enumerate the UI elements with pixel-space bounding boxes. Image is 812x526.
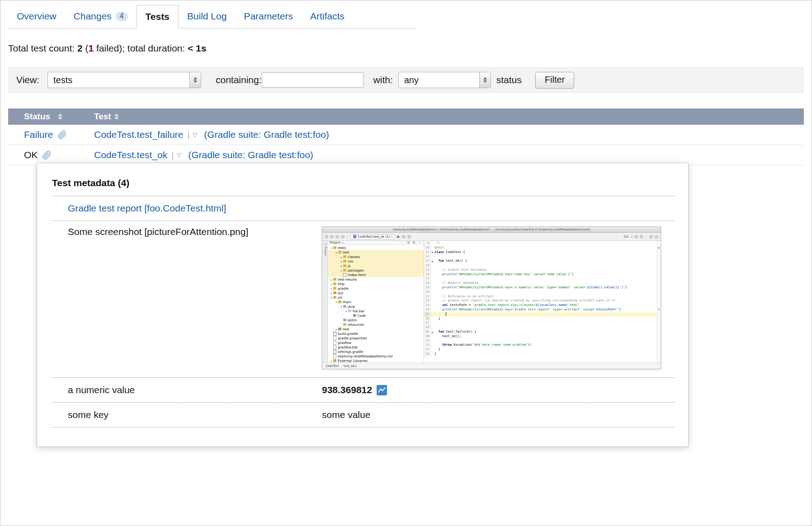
- code-line[interactable]: 18 // Numeric metadata: [424, 281, 657, 286]
- code-line[interactable]: 29▶ fun test_failure() {: [424, 330, 657, 334]
- tree-item[interactable]: ▸classes: [328, 254, 424, 259]
- code-line[interactable]: 34}: [424, 352, 657, 357]
- toolbar-icon[interactable]: [325, 235, 328, 239]
- ide-breadcrumb[interactable]: CodeTest›test_ok(): [322, 362, 661, 369]
- code-line[interactable]: 11▶class CodeTest {: [424, 250, 657, 255]
- containing-input[interactable]: [262, 72, 364, 88]
- run-gutter-icon[interactable]: ▶: [431, 331, 434, 333]
- tab-build-log[interactable]: Build Log: [179, 5, 236, 28]
- code-line[interactable]: 26 }: [424, 317, 657, 321]
- tree-item[interactable]: settings.gradle: [328, 349, 424, 354]
- summary-mid2: failed); total duration:: [94, 43, 188, 53]
- sort-icon[interactable]: [114, 113, 119, 120]
- code-line[interactable]: 23 val testsPath = "gradle_test_report.z…: [424, 303, 657, 308]
- with-select[interactable]: any: [398, 72, 491, 88]
- code-line[interactable]: 22 // gradle_test_report.zip should be c…: [424, 299, 657, 303]
- tree-item[interactable]: ▾java: [328, 304, 424, 309]
- tree-item[interactable]: teamcity-testMetadataDemo.iml: [328, 354, 424, 358]
- tree-item[interactable]: gradlew: [328, 340, 424, 345]
- tree-item[interactable]: gradlew.bat: [328, 345, 424, 349]
- tree-item[interactable]: Code: [328, 313, 424, 318]
- editor-tab-codetest[interactable]: CodeTest.test_ok (1) ▾: [350, 234, 395, 240]
- code-line[interactable]: 27: [424, 321, 657, 325]
- tree-item[interactable]: ▸External Libraries: [328, 358, 424, 362]
- code-line[interactable]: 14: [424, 263, 657, 268]
- tree-item[interactable]: resources: [328, 322, 424, 327]
- test-name-link[interactable]: CodeTest.test_ok: [94, 150, 167, 160]
- status-column-header[interactable]: Status: [8, 112, 94, 122]
- toolbar-icon[interactable]: [341, 235, 345, 239]
- test-actions-dropdown-icon[interactable]: ▽: [177, 152, 181, 159]
- code-line[interactable]: 20: [424, 290, 657, 295]
- test-suite-link[interactable]: (Gradle suite: Gradle test:foo): [204, 129, 329, 140]
- tree-item[interactable]: ▾src: [328, 295, 424, 300]
- tree-item[interactable]: ▸out: [328, 291, 424, 295]
- failure-status-link[interactable]: Failure: [24, 129, 53, 140]
- tree-item[interactable]: ▸packages: [328, 268, 424, 272]
- vcs-update-icon[interactable]: [634, 235, 638, 239]
- tree-item[interactable]: ▸css: [328, 259, 424, 263]
- tree-item[interactable]: index.html: [328, 272, 424, 277]
- code-line[interactable]: 9 */: [424, 241, 657, 246]
- code-line[interactable]: 25: [424, 312, 657, 317]
- chart-icon[interactable]: [377, 385, 387, 395]
- filter-button[interactable]: Filter: [535, 72, 574, 89]
- vcs-commit-icon[interactable]: [640, 235, 643, 239]
- code-line[interactable]: 15 // Simple text metadata:: [424, 268, 657, 272]
- run-gutter-icon[interactable]: ▶: [431, 260, 434, 263]
- code-line[interactable]: 12: [424, 254, 657, 259]
- code-line[interactable]: 16 println("##teamcity[testMetadata key=…: [424, 272, 657, 277]
- code-line[interactable]: 17: [424, 277, 657, 281]
- editor-scroll-marker-bar[interactable]: [657, 241, 661, 362]
- tree-item[interactable]: ▸js: [328, 263, 424, 268]
- project-tool-window-stripe[interactable]: 1: Project: [322, 241, 328, 362]
- code-line[interactable]: 10@Test: [424, 246, 657, 250]
- tree-item[interactable]: ▸test-results: [328, 277, 424, 282]
- tree-item[interactable]: ▾foo.bar: [328, 309, 424, 313]
- tab-artifacts[interactable]: Artifacts: [302, 5, 353, 28]
- tab-parameters[interactable]: Parameters: [235, 5, 302, 28]
- code-line[interactable]: 28: [424, 325, 657, 330]
- test-name-link[interactable]: CodeTest.test_failure: [94, 129, 183, 140]
- test-column-header[interactable]: Test: [94, 112, 804, 122]
- tree-item[interactable]: ▾test: [328, 250, 424, 254]
- coverage-icon[interactable]: [407, 235, 411, 239]
- code-line[interactable]: 19 println("##teamcity[testMetadata key=…: [424, 286, 657, 290]
- code-line[interactable]: 24 println("##teamcity[testMetadata key=…: [424, 308, 657, 312]
- tree-item[interactable]: build.gradle: [328, 331, 424, 336]
- code-line[interactable]: 31: [424, 339, 657, 343]
- tab-overview[interactable]: Overview: [8, 5, 65, 28]
- code-line[interactable]: 13▶ fun test_ok() {: [424, 259, 657, 263]
- run-icon[interactable]: ▶: [397, 235, 400, 239]
- tree-header-icons[interactable]: ⊕ ⚙ −: [407, 241, 422, 244]
- tree-item[interactable]: ▾main: [328, 300, 424, 304]
- code-line[interactable]: 33 }: [424, 348, 657, 352]
- code-line[interactable]: 21 // Reference to an artifact: [424, 295, 657, 299]
- tree-item[interactable]: ▸tmp: [328, 282, 424, 286]
- debug-icon[interactable]: [402, 235, 406, 239]
- sort-icon[interactable]: [58, 113, 62, 120]
- screenshot-image[interactable]: teamcity-testMetadataDemo [~/Git/teamcit…: [322, 226, 661, 369]
- attachment-paperclip-icon[interactable]: [42, 150, 52, 160]
- gradle-test-report-link[interactable]: Gradle test report [foo.CodeTest.html]: [68, 203, 226, 214]
- code-editor-panel[interactable]: 9 */10@Test11▶class CodeTest {1213▶ fun …: [424, 241, 657, 362]
- tree-item[interactable]: gradle.properties: [328, 336, 424, 340]
- search-icon[interactable]: [649, 235, 653, 239]
- tree-item[interactable]: ▾tests: [328, 245, 424, 250]
- tree-item[interactable]: ▸test: [328, 327, 424, 331]
- attachment-paperclip-icon[interactable]: [57, 130, 67, 140]
- toolbar-icon[interactable]: [330, 235, 334, 239]
- run-gutter-icon[interactable]: ▶: [431, 251, 434, 254]
- test-actions-dropdown-icon[interactable]: ▽: [193, 132, 197, 138]
- view-select[interactable]: tests: [47, 72, 201, 88]
- code-line[interactable]: 30 test_ok();: [424, 334, 657, 339]
- settings-icon[interactable]: [655, 235, 658, 239]
- test-suite-link[interactable]: (Gradle suite: Gradle test:foo): [188, 150, 313, 160]
- tab-tests[interactable]: Tests: [137, 5, 179, 28]
- toolbar-icon[interactable]: [335, 235, 339, 239]
- tree-item[interactable]: kotlin: [328, 318, 424, 322]
- tab-changes[interactable]: Changes4: [65, 5, 137, 28]
- code-line[interactable]: 32 throw Exception("And here comes some …: [424, 343, 657, 348]
- tree-item[interactable]: ▸gradle: [328, 286, 424, 291]
- chevron-down-icon[interactable]: ▾: [342, 241, 343, 244]
